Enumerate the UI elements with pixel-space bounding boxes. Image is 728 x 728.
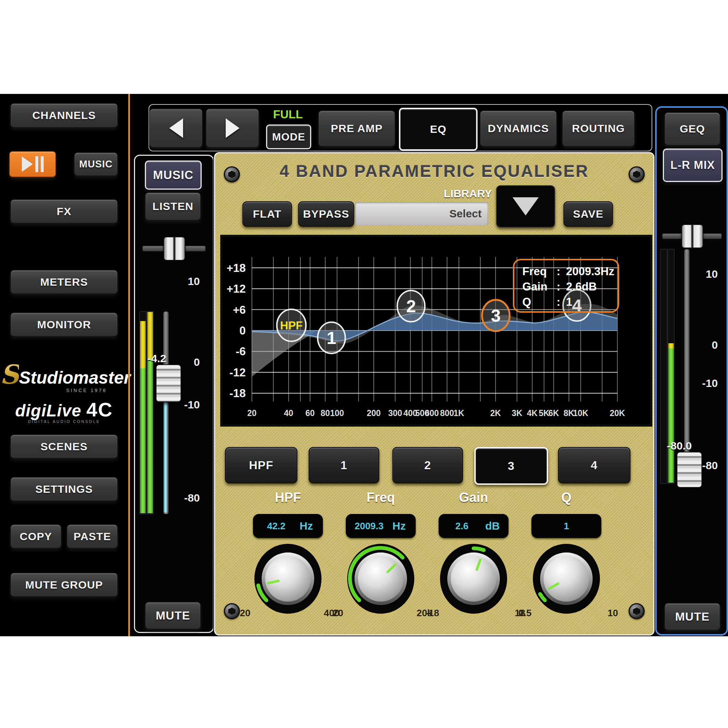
eq-band-handle-hpf[interactable]: HPF [277,309,306,341]
master-scale-m10: -10 [702,377,718,390]
pause-bar-icon [41,156,44,172]
q-value: 1 [531,520,601,532]
colon: : [557,294,566,310]
sidebar-divider [128,94,130,636]
fader-scale-m80: -80 [184,492,200,504]
library-select[interactable]: Select [355,202,488,225]
gain-range-min: -18 [425,607,439,619]
play-pause-button[interactable] [9,151,56,177]
bypass-button[interactable]: BYPASS [298,201,354,227]
gain-value: 2.6 [439,520,485,532]
svg-text:100: 100 [330,408,344,418]
fader-handle[interactable] [156,364,181,402]
info-q-value: 1 [566,294,572,310]
pan-handle[interactable] [164,237,185,261]
svg-text:60: 60 [305,408,315,418]
sidebar-item-settings[interactable]: SETTINGS [10,477,118,501]
info-gain-label: Gain [522,279,557,294]
q-knob-label: Q [512,490,621,505]
svg-text:-18: -18 [229,387,246,400]
band-button-1[interactable]: 1 [309,447,379,483]
master-fader-handle[interactable] [677,452,702,488]
master-scale-0: 0 [712,339,718,351]
master-pan-handle[interactable] [681,224,703,248]
q-range-min: 0.5 [518,607,531,619]
arrow-right-icon [226,118,240,138]
sidebar-item-music[interactable]: MUSIC [74,152,118,176]
product-name: digiLive [15,401,81,420]
channel-name-button[interactable]: MUSIC [145,161,202,190]
sidebar-item-meters[interactable]: METERS [10,270,118,294]
brand-name: Studiomaster [19,368,131,387]
eq-frequency-response-graph[interactable]: +18+12+60-6-12-1820406080100200300400500… [222,237,650,424]
freq-knob[interactable] [346,543,415,615]
eq-band-handle-1[interactable]: 1 [318,322,346,353]
svg-text:80: 80 [321,408,330,418]
svg-text:40: 40 [284,408,294,418]
svg-text:HPF: HPF [280,319,303,332]
copy-button[interactable]: COPY [10,524,61,549]
mode-status-label: FULL [264,108,312,121]
master-mute-button[interactable]: MUTE [664,603,720,630]
paste-button[interactable]: PASTE [67,524,118,549]
hpf-range-min: 20 [240,607,251,619]
sidebar-item-channels[interactable]: CHANNELS [10,103,118,128]
colon: : [557,264,566,279]
gain-knob[interactable] [439,543,508,615]
svg-text:2K: 2K [490,408,501,418]
master-fader-value: -80.0 [667,440,691,452]
fader-scale-10: 10 [188,275,200,288]
svg-text:+12: +12 [226,283,246,295]
master-scale-10: 10 [706,268,718,280]
q-knob[interactable] [532,543,601,615]
hpf-knob[interactable] [253,543,323,615]
flat-button[interactable]: FLAT [242,201,292,227]
fader-scale-0: 0 [194,356,200,369]
sidebar-item-monitor[interactable]: MONITOR [10,312,118,337]
next-channel-button[interactable] [206,109,259,148]
freq-range-min: 20 [333,607,343,619]
q-range-max: 10 [607,607,618,619]
sidebar-item-fx[interactable]: FX [10,199,118,223]
tab-pre-amp[interactable]: PRE AMP [318,110,395,147]
info-q-label: Q [522,294,557,310]
fader-fill [164,401,167,512]
band-button-hpf[interactable]: HPF [225,447,297,483]
svg-text:4K: 4K [527,408,538,418]
mode-button[interactable]: MODE [266,124,311,149]
master-meter-left [660,249,667,484]
master-strip: GEQ L-R MIX -80.0 10 0 -10 -80 MUTE [655,106,728,636]
tab-eq[interactable]: EQ [399,108,477,151]
eq-band-handle-3[interactable]: 3 [482,300,509,331]
master-name-button[interactable]: L-R MIX [663,148,723,182]
hpf-value-display: 42.2 Hz [253,514,323,538]
play-icon [22,156,33,172]
meter-yellow-segment [140,321,145,369]
freq-value: 2009.3 [346,520,392,532]
info-freq-value: 2009.3Hz [566,264,615,279]
colon: : [557,279,566,294]
info-freq-label: Freq [522,264,557,279]
meter-yellow-segment [668,343,674,348]
band-button-2[interactable]: 2 [392,447,463,483]
band-button-3[interactable]: 3 [474,447,548,485]
geq-button[interactable]: GEQ [664,112,720,145]
tab-routing[interactable]: ROUTING [562,110,635,147]
tab-dynamics[interactable]: DYNAMICS [480,110,557,147]
svg-text:0: 0 [240,324,246,337]
eq-band-handle-2[interactable]: 2 [397,291,425,322]
svg-text:1: 1 [327,328,336,348]
prev-channel-button[interactable] [149,109,203,148]
save-button[interactable]: SAVE [563,201,613,227]
svg-text:3K: 3K [512,408,523,418]
mixer-app: CHANNELS MUSIC FX METERS MONITOR SStudio… [0,94,728,636]
sidebar-item-mute-group[interactable]: MUTE GROUP [10,573,118,597]
svg-text:300: 300 [388,408,402,418]
band-button-4[interactable]: 4 [558,447,630,483]
mute-button[interactable]: MUTE [145,602,201,629]
svg-text:+18: +18 [226,262,246,274]
listen-button[interactable]: LISTEN [145,192,201,220]
info-gain-value: 2.6dB [566,279,596,294]
library-dropdown-button[interactable] [496,185,555,228]
sidebar-item-scenes[interactable]: SCENES [10,434,118,459]
